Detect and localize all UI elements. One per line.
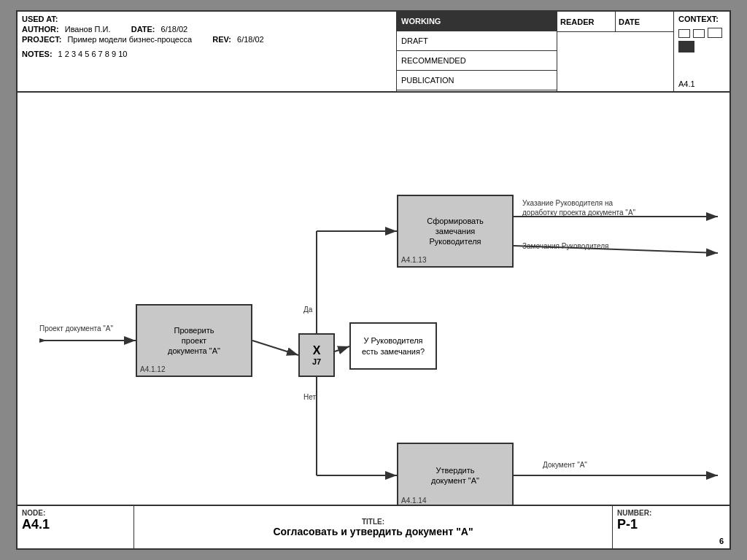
ctx-box-3: [708, 28, 722, 38]
date-value: 6/18/02: [161, 25, 188, 34]
box-form-label: СформироватьзамечанияРуководителя: [424, 213, 487, 250]
arrows-svg: [18, 93, 729, 505]
context-boxes: [678, 26, 725, 54]
footer-number-label: NUMBER:: [617, 509, 725, 517]
context-label: CONTEXT:: [678, 15, 725, 23]
author-label: AUTHOR:: [22, 25, 59, 34]
date-label: DATE:: [131, 25, 155, 34]
footer-node: NODE: A4.1: [18, 506, 134, 548]
ctx-box-2: [693, 29, 705, 38]
notes-value: 1 2 3 4 5 6 7 8 9 10: [58, 50, 128, 58]
author-value: Иванов П.И.: [65, 25, 111, 34]
project-value: Пример модели бизнес-процесса: [67, 35, 192, 44]
svg-marker-2: [39, 338, 47, 343]
label-yes: Да: [303, 306, 312, 314]
box-approve: Утвердитьдокумент "А" A4.1.14: [397, 443, 514, 505]
label-no: Нет: [303, 393, 316, 401]
rev-value: 6/18/02: [237, 35, 264, 44]
date-col-label: DATE: [616, 12, 673, 31]
footer-title-value: Согласовать и утвердить документ "А": [273, 526, 473, 537]
status-draft: DRAFT: [397, 31, 557, 51]
box-form: СформироватьзамечанияРуководителя A4.1.1…: [397, 195, 514, 268]
decision-box: У Руководителяесть замечания?: [349, 322, 437, 370]
diagram-area: Проверитьпроектдокумента "А" A4.1.12 Сфо…: [18, 93, 729, 505]
rev-label: REV:: [212, 35, 231, 44]
svg-line-8: [335, 346, 349, 351]
footer-number: NUMBER: P-1: [613, 506, 729, 548]
footer-title-area: TITLE: Согласовать и утвердить документ …: [134, 506, 613, 548]
reader-col-label: READER: [557, 12, 616, 31]
status-working: WORKING: [397, 12, 557, 31]
notes-label: NOTES:: [22, 50, 53, 58]
ctx-box-1: [678, 29, 690, 38]
footer-number-value: P-1: [617, 517, 725, 532]
context-node: A4.1: [678, 79, 725, 88]
footer-node-value: A4.1: [22, 517, 129, 532]
box-approve-id: A4.1.14: [401, 497, 426, 505]
status-recommended: RECOMMENDED: [397, 51, 557, 71]
label-out1: Указание Руководителя надоработку проект…: [522, 198, 712, 217]
footer: NODE: A4.1 TITLE: Согласовать и утвердит…: [18, 505, 729, 548]
project-label: PROJECT:: [22, 35, 61, 44]
header-status: WORKING DRAFT RECOMMENDED PUBLICATION: [397, 12, 557, 91]
label-out2: Замечания Руководителя: [522, 242, 608, 250]
page-number: 6: [719, 537, 724, 545]
label-out3: Документ "А": [543, 461, 587, 469]
junction-id: J7: [312, 357, 321, 366]
box-check: Проверитьпроектдокумента "А" A4.1.12: [136, 304, 252, 377]
junction-x: X: [313, 344, 321, 357]
header-reader: READER DATE: [557, 12, 674, 91]
label-input: Проект документа "А": [39, 324, 113, 332]
status-publication: PUBLICATION: [397, 71, 557, 90]
box-check-label: Проверитьпроектдокумента "А": [165, 322, 223, 359]
ctx-box-active: [678, 41, 694, 52]
svg-line-3: [252, 341, 298, 355]
header-left: USED AT: AUTHOR: Иванов П.И. DATE: 6/18/…: [18, 12, 397, 91]
box-approve-label: Утвердитьдокумент "А": [428, 462, 482, 489]
footer-node-label: NODE:: [22, 509, 129, 517]
box-form-id: A4.1.13: [401, 256, 426, 264]
header-context: CONTEXT: A4.1: [674, 12, 729, 91]
box-check-id: A4.1.12: [140, 365, 165, 373]
used-at-label: USED AT:: [22, 15, 58, 23]
junction-j7: X J7: [298, 333, 335, 377]
page: USED AT: AUTHOR: Иванов П.И. DATE: 6/18/…: [16, 10, 731, 550]
footer-title-label: TITLE:: [362, 518, 384, 526]
header: USED AT: AUTHOR: Иванов П.И. DATE: 6/18/…: [18, 12, 729, 93]
